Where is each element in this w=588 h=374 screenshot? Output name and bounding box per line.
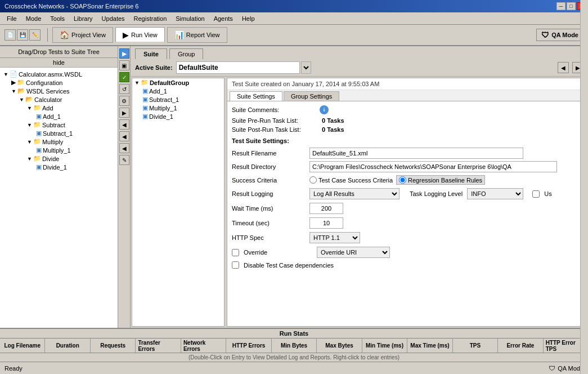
group-settings-tab[interactable]: Group Settings [284, 91, 339, 101]
icon-button-7[interactable]: ✎ [119, 155, 129, 165]
toolbar-separator-1 [47, 28, 48, 42]
folder-config-icon: 📁 [17, 79, 25, 86]
tree-item-calculator[interactable]: ▼ 📂 Calculator [2, 95, 115, 104]
test-sub1-icon: ▣ [142, 96, 148, 103]
radio-test-case-input[interactable] [309, 176, 317, 184]
refresh-icon[interactable]: ↺ [119, 84, 129, 94]
col-duration: Duration [45, 339, 90, 353]
menu-updates[interactable]: Updates [97, 14, 129, 23]
hide-button[interactable]: hide [0, 58, 118, 68]
settings-scrollbar[interactable] [580, 78, 587, 327]
pre-run-label: Suite Pre-Run Task List: [232, 117, 322, 124]
tree-item-subtract[interactable]: ▼ 📁 Subtract [2, 121, 115, 129]
menu-file[interactable]: File [2, 14, 21, 23]
tree-item-add-1[interactable]: ▣ Add_1 [2, 112, 115, 121]
run-icon[interactable]: ✓ [119, 72, 129, 82]
minimize-button[interactable]: ─ [556, 2, 565, 10]
disable-deps-label: Disable Test Case dependencies [244, 262, 334, 269]
icon-button-2[interactable]: ⚙ [119, 96, 129, 106]
suite-tree-defaultgroup[interactable]: ▼ 📁 DefaultGroup [132, 78, 224, 87]
menu-help[interactable]: Help [237, 14, 259, 23]
run-view-label: Run View [131, 32, 158, 38]
result-logging-dropdown[interactable]: Log All Results [309, 188, 400, 199]
left-panel-tree: ▼ 📄 Calculator.asmx.WSDL ▶ 📁 Configurati… [0, 68, 118, 328]
suite-combo-container: ▼ [176, 61, 554, 74]
project-view-button[interactable]: 🏠 Project View [52, 27, 113, 43]
menu-registration[interactable]: Registration [129, 14, 172, 23]
override-checkbox[interactable] [232, 249, 239, 256]
task-logging-dropdown[interactable]: INFO [467, 188, 523, 199]
menu-simulation[interactable]: Simulation [171, 14, 209, 23]
created-info: Test Suite created on January 17, 2014 a… [227, 78, 586, 90]
suite-tab[interactable]: Suite [135, 48, 167, 59]
icon-button-5[interactable]: ◀ [119, 131, 129, 141]
statusbar-qa-icon: 🛡 [549, 364, 555, 372]
wsdl-file-icon: 📄 [10, 70, 17, 78]
tree-item-wsdl-services[interactable]: ▼ 📂 WSDL Services [2, 87, 115, 95]
wait-time-input[interactable] [309, 203, 343, 214]
override-uri-dropdown[interactable]: Override URI [317, 247, 390, 258]
http-spec-dropdown[interactable]: HTTP 1.1 [309, 232, 360, 243]
result-filename-input[interactable] [309, 148, 523, 159]
icon-button-3[interactable]: ▶ [119, 108, 129, 118]
us-checkbox[interactable] [532, 190, 540, 198]
tree-item-subtract-1[interactable]: ▣ Subtract_1 [2, 129, 115, 137]
tree-item-multiply-1[interactable]: ▣ Multiply_1 [2, 146, 115, 154]
group-tab[interactable]: Group [169, 48, 204, 59]
test-add1-icon: ▣ [142, 87, 148, 95]
active-suite-row: Active Suite: ▼ ◀ ▶ [131, 59, 588, 77]
tree-item-wsdl[interactable]: ▼ 📄 Calculator.asmx.WSDL [2, 70, 115, 78]
pre-run-value: 0 Tasks [322, 117, 344, 124]
menu-library[interactable]: Library [69, 14, 97, 23]
left-panel-header: Drag/Drop Tests to Suite Tree [0, 46, 118, 58]
menu-mode[interactable]: Mode [21, 14, 46, 23]
menu-agents[interactable]: Agents [209, 14, 237, 23]
suite-nav-prev[interactable]: ◀ [558, 62, 569, 73]
new-button[interactable]: 📄 [5, 29, 16, 41]
suite-tree-subtract1[interactable]: ▣ Subtract_1 [132, 95, 224, 104]
nav-right-icon[interactable]: ▶ [119, 48, 129, 59]
radio-regression-input[interactable] [399, 176, 406, 184]
icon-button-6[interactable]: ◀ [119, 143, 129, 153]
run-stats: Run Stats Log Filename Duration Requests… [0, 328, 588, 362]
timeout-input[interactable] [309, 217, 343, 229]
side-icon-bar: ▶ ▣ ✓ ↺ ⚙ ▶ ◀ ◀ ◀ ✎ [118, 46, 131, 328]
tree-item-multiply[interactable]: ▼ 📁 Multiply [2, 137, 115, 146]
col-error-rate: Error Rate [498, 339, 543, 353]
config-label: Configuration [26, 79, 62, 86]
tree-item-add[interactable]: ▼ 📁 Add [2, 104, 115, 112]
pre-run-row: Suite Pre-Run Task List: 0 Tasks [232, 116, 582, 125]
group-icon: 📁 [141, 79, 149, 86]
col-min-time: Min Time (ms) [362, 339, 407, 353]
http-spec-row: HTTP Spec HTTP 1.1 [232, 230, 582, 245]
icon-button-4[interactable]: ◀ [119, 119, 129, 130]
suite-settings-tab[interactable]: Suite Settings [230, 91, 282, 101]
statusbar: Ready 🛡 QA Mode [0, 362, 588, 374]
result-filename-row: Result Filename [232, 146, 582, 160]
run-view-button[interactable]: ▶ Run View [115, 27, 165, 43]
add-1-label: Add_1 [43, 113, 61, 120]
suite-dropdown[interactable]: ▼ [301, 61, 311, 74]
radio-test-case[interactable]: Test Case Success Criteria [309, 176, 393, 184]
edit-button[interactable]: ✏️ [29, 29, 41, 41]
radio-test-case-label: Test Case Success Criteria [318, 177, 393, 184]
result-directory-input[interactable] [309, 161, 557, 172]
expand-wsdl-services: ▼ [11, 88, 16, 94]
suite-tree-multiply1[interactable]: ▣ Multiply_1 [132, 104, 224, 112]
comments-info-icon[interactable]: i [320, 105, 329, 114]
qa-mode-badge[interactable]: 🛡 QA Mode [536, 29, 583, 41]
menu-tools[interactable]: Tools [46, 14, 69, 23]
suite-tree-panel: ▼ 📁 DefaultGroup ▣ Add_1 ▣ Subtract_1 ▣ … [132, 78, 225, 327]
icon-button-1[interactable]: ▣ [119, 60, 129, 70]
tree-item-configuration[interactable]: ▶ 📁 Configuration [2, 78, 115, 87]
radio-regression[interactable]: Regression Baseline Rules [396, 175, 485, 185]
maximize-button[interactable]: □ [567, 2, 576, 10]
suite-tree-add1[interactable]: ▣ Add_1 [132, 87, 224, 95]
active-suite-input[interactable] [176, 61, 300, 74]
save-button[interactable]: 💾 [17, 29, 28, 41]
disable-deps-checkbox[interactable] [232, 261, 239, 269]
tree-item-divide[interactable]: ▼ 📁 Divide [2, 154, 115, 163]
report-view-button[interactable]: 📊 Report View [167, 27, 227, 43]
tree-item-divide-1[interactable]: ▣ Divide_1 [2, 163, 115, 171]
suite-tree-divide1[interactable]: ▣ Divide_1 [132, 112, 224, 121]
